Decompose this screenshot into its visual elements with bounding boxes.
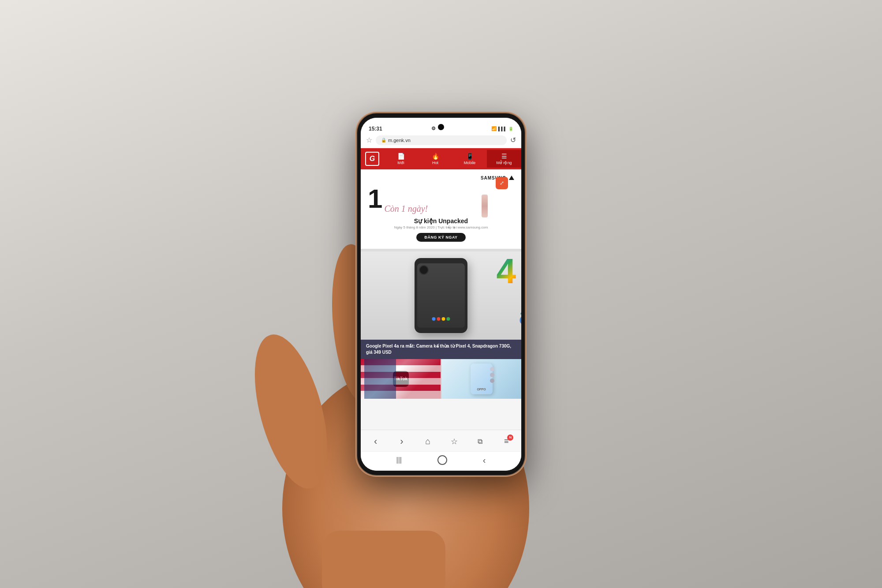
oppo-article[interactable]: OPPO (441, 359, 521, 399)
bookmarks-button[interactable]: ☆ (446, 434, 462, 449)
recent-apps-button[interactable]: ||| (396, 456, 401, 464)
pixel4a-article[interactable]: 4 a (361, 251, 521, 359)
nav-items: 📄 Mới 🔥 Hot 📱 Mobile ☰ (384, 150, 521, 168)
site-logo[interactable]: G (361, 148, 384, 169)
star-icon: ☆ (451, 437, 458, 446)
expand-button[interactable]: ⤢ (496, 177, 508, 189)
tabs-button[interactable]: ⧉ (472, 434, 488, 449)
menu-icon: ☰ (501, 153, 507, 160)
phone-frame: 15:31 ⚙ ✱ 📶 ▌▌▌ 🔋 ☆ 🔒 (357, 113, 525, 475)
mobile-icon: 📱 (466, 153, 474, 160)
menu-button[interactable]: ≡ N (498, 434, 514, 449)
browser-bottom-nav: ‹ › ⌂ ☆ ⧉ ≡ N (361, 430, 521, 451)
back-button[interactable]: ‹ (368, 434, 384, 449)
refresh-button[interactable]: ↺ (510, 136, 516, 144)
genk-logo: G (365, 152, 379, 166)
nav-item-hot[interactable]: 🔥 Hot (418, 150, 452, 168)
oppo-image: OPPO (441, 359, 521, 399)
document-icon: 📄 (397, 153, 405, 160)
tiktok-article[interactable]: TikTok (361, 359, 441, 399)
nav-label-morong: Mở rộng (496, 161, 512, 165)
home-button[interactable]: ⌂ (420, 434, 436, 449)
countdown-number: 1 (368, 186, 382, 212)
phone-screen: 15:31 ⚙ ✱ 📶 ▌▌▌ 🔋 ☆ 🔒 (361, 118, 521, 471)
nav-label-hot: Hot (432, 161, 438, 165)
back-system-button[interactable]: ‹ (483, 455, 486, 465)
system-nav-bar: ||| ‹ (361, 451, 521, 471)
svg-rect-6 (322, 531, 445, 588)
settings-icon: ⚙ (431, 126, 436, 131)
product-image (482, 195, 488, 217)
signal-icon: ▌▌▌ (498, 127, 507, 131)
time-display: 15:31 (369, 126, 382, 132)
bookmark-icon[interactable]: ☆ (366, 136, 372, 144)
article-image: 4 a (361, 251, 521, 340)
front-camera (438, 124, 444, 130)
nav-item-moi[interactable]: 📄 Mới (384, 150, 418, 168)
home-icon: ⌂ (425, 436, 430, 446)
phone-device: 15:31 ⚙ ✱ 📶 ▌▌▌ 🔋 ☆ 🔒 (357, 113, 525, 475)
connectivity-icons: 📶 ▌▌▌ 🔋 (491, 126, 513, 131)
nav-label-mobile: Mobile (464, 161, 476, 165)
event-date: Ngày 5 tháng 8 năm 2020 | Trực tiếp tại … (394, 225, 488, 229)
small-articles-row: TikTok (361, 359, 521, 399)
triangle-icon (509, 176, 514, 180)
battery-icon: 🔋 (508, 127, 513, 131)
oppo-phone-image: OPPO (471, 363, 493, 394)
url-bar[interactable]: 🔒 m.genk.vn (376, 135, 507, 145)
cursive-text: Còn 1 ngày! (384, 204, 428, 214)
nav-label-moi: Mới (397, 161, 404, 165)
countdown-display: 1 (368, 186, 382, 212)
nav-item-mobile[interactable]: 📱 Mobile (452, 150, 487, 168)
event-name: Sự kiện Unpacked (414, 217, 468, 225)
forward-button[interactable]: › (394, 434, 410, 449)
site-navigation: G 📄 Mới 🔥 Hot 📱 Mobile (361, 148, 521, 169)
notification-badge: N (507, 434, 513, 441)
fire-icon: 🔥 (432, 153, 439, 160)
lock-icon: 🔒 (381, 138, 386, 142)
home-system-button[interactable] (437, 455, 447, 465)
back-icon: ‹ (483, 455, 486, 465)
browser-address-bar: ☆ 🔒 m.genk.vn ↺ (361, 134, 521, 148)
recent-icon: ||| (396, 456, 401, 464)
content-area: SAMSUNG 1 Còn 1 ngày! ⤢ (361, 169, 521, 430)
home-circle-icon (437, 455, 447, 465)
article-title: Google Pixel 4a ra mắt: Camera kế thừa t… (361, 340, 521, 359)
url-text: m.genk.vn (388, 138, 411, 143)
nav-item-morong[interactable]: ☰ Mở rộng (487, 150, 521, 168)
samsung-banner[interactable]: SAMSUNG 1 Còn 1 ngày! ⤢ (361, 169, 521, 251)
pixel-4-number: 4 (497, 254, 516, 289)
tiktok-image: TikTok (361, 359, 441, 399)
register-button[interactable]: ĐĂNG KÝ NGAY (416, 233, 465, 242)
tabs-icon: ⧉ (478, 438, 482, 446)
pixel-phone-image (415, 258, 467, 333)
wifi-icon: 📶 (491, 126, 497, 131)
pixel-a-letter: a (519, 302, 521, 329)
